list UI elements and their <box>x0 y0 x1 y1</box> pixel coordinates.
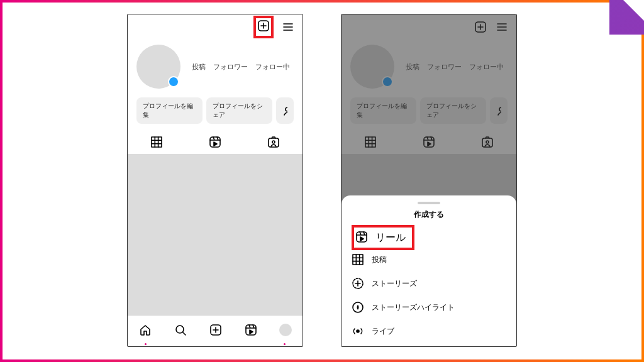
reel-icon <box>355 231 369 244</box>
svg-point-17 <box>176 326 184 333</box>
opt-highlight-row[interactable]: ストーリーズハイライト <box>341 295 516 319</box>
nav-reels-icon[interactable] <box>244 323 258 337</box>
grid-icon <box>352 253 364 266</box>
phone-create-sheet: 投稿 フォロワー フォロー中 プロフィールを編集 プロフィールをシェア 作成する… <box>341 14 517 347</box>
discover-people-button[interactable] <box>276 97 294 124</box>
menu-icon[interactable] <box>281 20 295 34</box>
svg-point-6 <box>286 107 287 111</box>
opt-live-row[interactable]: ライブ <box>341 319 516 343</box>
stat-followers[interactable]: フォロワー <box>213 62 248 72</box>
highlight-icon <box>352 301 364 314</box>
svg-point-16 <box>272 141 275 143</box>
stat-posts[interactable]: 投稿 <box>192 62 206 72</box>
content-area <box>128 154 303 315</box>
opt-post-row[interactable]: 投稿 <box>341 248 516 272</box>
opt-live: ライブ <box>372 326 394 337</box>
stat-following[interactable]: フォロー中 <box>255 62 290 72</box>
create-sheet: 作成する リール 投稿 ストーリーズ ストーリーズハイライト ライブ <box>341 195 516 346</box>
opt-reel[interactable]: リール <box>375 231 406 244</box>
svg-rect-41 <box>353 255 363 265</box>
sheet-title: 作成する <box>341 209 516 220</box>
sheet-handle[interactable] <box>418 202 440 204</box>
home-icon[interactable] <box>138 323 152 337</box>
svg-rect-9 <box>152 137 162 147</box>
svg-line-18 <box>183 332 186 335</box>
grid-tab-icon[interactable] <box>150 135 164 149</box>
opt-post: 投稿 <box>372 255 387 265</box>
tagged-tab-icon[interactable] <box>267 135 280 149</box>
highlight-create <box>253 16 274 38</box>
nav-create-icon[interactable] <box>209 323 223 337</box>
svg-point-50 <box>357 330 359 332</box>
story-icon <box>352 277 364 290</box>
add-story-badge[interactable] <box>168 76 179 87</box>
avatar[interactable] <box>136 45 180 89</box>
svg-rect-15 <box>269 138 279 147</box>
add-person-icon <box>282 105 287 116</box>
search-icon[interactable] <box>174 323 187 337</box>
opt-highlight: ストーリーズハイライト <box>372 302 455 313</box>
reels-tab-icon[interactable] <box>208 135 222 149</box>
share-profile-button[interactable]: プロフィールをシェア <box>206 97 272 124</box>
nav-profile-icon[interactable] <box>279 324 292 336</box>
phone-profile: 投稿 フォロワー フォロー中 プロフィールを編集 プロフィールをシェア <box>127 14 303 347</box>
edit-profile-button[interactable]: プロフィールを編集 <box>136 97 203 124</box>
create-post-icon[interactable] <box>257 19 270 33</box>
opt-story: ストーリーズ <box>372 278 417 289</box>
opt-story-row[interactable]: ストーリーズ <box>341 272 516 295</box>
highlight-reel: リール <box>352 225 414 250</box>
live-icon <box>352 325 364 337</box>
